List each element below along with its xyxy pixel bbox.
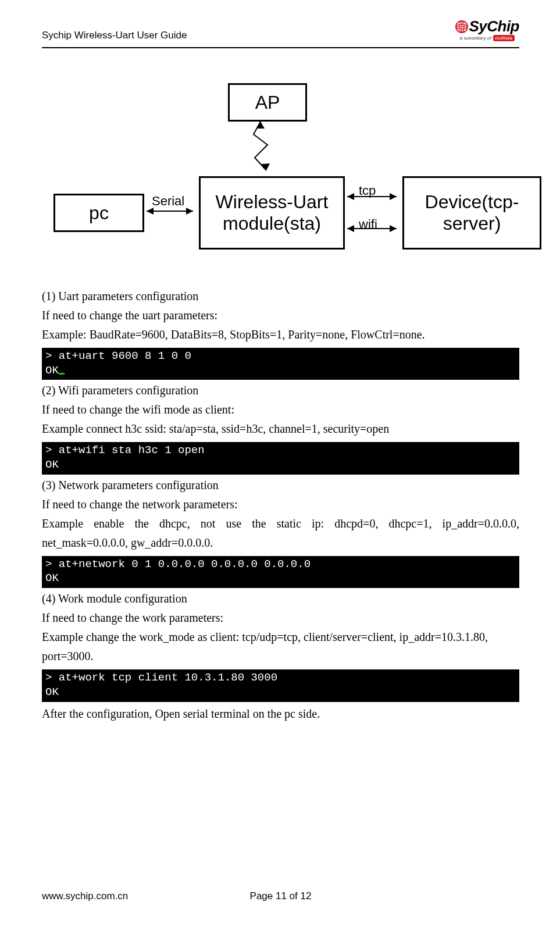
diagram-label-wifi: wifi (359, 217, 377, 232)
cursor-icon (59, 373, 65, 375)
svg-marker-10 (390, 193, 397, 200)
diagram-pc-label: pc (89, 202, 109, 224)
diagram-ap-label: AP (255, 92, 280, 113)
logo-sub-brand: muRata (493, 35, 515, 41)
globe-icon (455, 20, 469, 34)
section-1-head: (1) Uart parameters configuration (42, 287, 519, 306)
logo: SyChip a subsidiary of muRata (455, 19, 519, 41)
page-footer: www.sychip.com.cn Page 11 of 12 (42, 890, 519, 902)
terminal-3-line2: OK (45, 572, 59, 585)
diagram-wu-line2: module(sta) (223, 213, 321, 234)
svg-marker-9 (347, 193, 354, 200)
section-4-head: (4) Work module configuration (42, 589, 519, 608)
doc-title: Sychip Wireless-Uart User Guide (42, 30, 187, 41)
svg-marker-13 (390, 225, 397, 232)
body-content: (1) Uart parameters configuration If nee… (42, 287, 519, 724)
section-2-head: (2) Wifi parameters configuration (42, 381, 519, 400)
terminal-2: > at+wifi sta h3c 1 open OK (42, 442, 519, 474)
section-1-intro: If need to change the uart parameters: (42, 306, 519, 325)
terminal-3: > at+network 0 1 0.0.0.0 0.0.0.0 0.0.0.0… (42, 556, 519, 588)
terminal-4: > at+work tcp client 10.3.1.80 3000 OK (42, 669, 519, 701)
footer-page-number: Page 11 of 12 (42, 890, 519, 902)
diagram-box-ap: AP (228, 83, 307, 122)
svg-marker-14 (256, 122, 265, 129)
diagram-box-device: Device(tcp- server) (402, 176, 541, 250)
terminal-1-line2: OK (45, 364, 59, 377)
diagram-label-tcp: tcp (359, 183, 376, 198)
section-3-intro: If need to change the network parameters… (42, 495, 519, 514)
section-2-intro: If need to change the wifi mode as clien… (42, 400, 519, 419)
diagram-label-serial: Serial (152, 194, 184, 209)
logo-subtitle: a subsidiary of muRata (460, 35, 515, 41)
terminal-1-line1: > at+uart 9600 8 1 0 0 (45, 350, 191, 362)
terminal-4-line1: > at+work tcp client 10.3.1.80 3000 (45, 671, 277, 684)
logo-text: SyChip (469, 19, 519, 34)
diagram-dv-line2: server) (443, 213, 501, 234)
header-divider (42, 47, 519, 48)
terminal-3-line1: > at+network 0 1 0.0.0.0 0.0.0.0 0.0.0.0 (45, 558, 311, 571)
section-3-example: Example enable the dhcpc, not use the st… (42, 514, 519, 553)
page-header: Sychip Wireless-Uart User Guide SyChip a… (42, 19, 519, 45)
logo-sub-prefix: a subsidiary of (460, 35, 493, 41)
diagram-box-pc: pc (53, 194, 144, 232)
section-4-intro: If need to change the work parameters: (42, 608, 519, 628)
section-4-example: Example change the work_mode as client: … (42, 628, 519, 666)
topology-diagram: AP pc Wireless-Uart module(sta) Device(t… (42, 83, 519, 258)
section-2-example: Example connect h3c ssid: sta/ap=sta, ss… (42, 419, 519, 439)
section-3-head: (3) Network parameters configuration (42, 476, 519, 495)
diagram-wu-line1: Wireless-Uart (216, 191, 329, 213)
closing-line: After the configuration, Open serial ter… (42, 704, 519, 724)
diagram-box-wireless-uart: Wireless-Uart module(sta) (199, 176, 345, 250)
svg-marker-12 (347, 225, 354, 232)
terminal-1: > at+uart 9600 8 1 0 0 OK (42, 348, 519, 380)
svg-marker-7 (186, 208, 193, 215)
diagram-dv-line1: Device(tcp- (425, 191, 519, 213)
section-1-example: Example: BaudRate=9600, DataBits=8, Stop… (42, 325, 519, 344)
terminal-2-line1: > at+wifi sta h3c 1 open (45, 444, 205, 457)
terminal-4-line2: OK (45, 686, 59, 699)
terminal-2-line2: OK (45, 458, 59, 471)
